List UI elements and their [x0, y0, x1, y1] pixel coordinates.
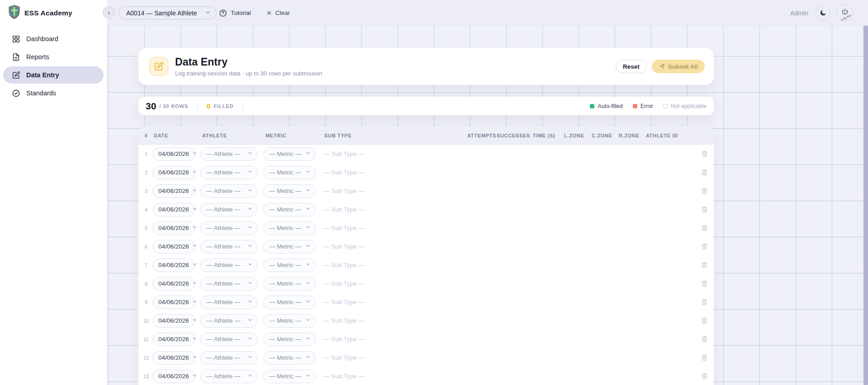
tutorial-button[interactable]: Tutorial	[219, 0, 251, 26]
trash-icon[interactable]	[699, 367, 709, 385]
error-swatch	[633, 104, 637, 108]
chevron-down-icon	[305, 225, 311, 231]
chevron-down-icon	[247, 188, 253, 194]
trash-icon[interactable]	[699, 219, 709, 237]
table-row: 12 04/06/2026 — Athlete — — Metric — — S…	[138, 348, 714, 367]
trash-icon[interactable]	[699, 274, 709, 293]
metric-select[interactable]: — Metric —	[263, 333, 316, 346]
chevron-left-icon: ‹	[108, 9, 110, 16]
sidebar-item-reports[interactable]: Reports	[3, 48, 104, 66]
athlete-row-select[interactable]: — Athlete —	[200, 147, 258, 161]
athlete-row-select[interactable]: — Athlete —	[200, 277, 258, 291]
submit-all-button[interactable]: Submit All	[652, 60, 705, 73]
row-number: 6	[142, 237, 150, 256]
app-title: ESS Academy	[24, 9, 72, 17]
trash-icon[interactable]	[699, 182, 709, 200]
metric-select[interactable]: — Metric —	[263, 184, 316, 198]
date-select[interactable]: 04/06/2026	[152, 240, 195, 254]
trash-icon[interactable]	[699, 237, 709, 256]
athlete-select[interactable]: A0014 — Sample Athlete	[119, 6, 217, 19]
col-sub-type: SUB TYPE	[324, 126, 352, 145]
chevron-down-icon	[247, 354, 253, 361]
reset-button[interactable]: Reset	[616, 60, 647, 73]
row-number: 4	[142, 200, 150, 219]
sidebar-item-dashboard[interactable]: Dashboard	[3, 30, 104, 47]
metric-select[interactable]: — Metric —	[263, 296, 316, 309]
table-row: 13 04/06/2026 — Athlete — — Metric — — S…	[138, 367, 714, 385]
athlete-row-select[interactable]: — Athlete —	[200, 370, 258, 383]
athlete-row-select[interactable]: — Athlete —	[200, 258, 258, 272]
clear-label: Clear	[275, 9, 290, 16]
date-select[interactable]: 04/06/2026	[152, 277, 195, 291]
metric-select[interactable]: — Metric —	[263, 203, 316, 216]
chevron-down-icon	[247, 336, 253, 343]
athlete-row-select[interactable]: — Athlete —	[200, 296, 258, 309]
athlete-row-select[interactable]: — Athlete —	[200, 240, 258, 254]
legend-error: Error	[633, 103, 653, 109]
row-number: 2	[142, 163, 150, 182]
auto-filled-swatch	[590, 104, 594, 108]
chevron-down-icon	[247, 280, 253, 287]
date-select[interactable]: 04/06/2026	[152, 351, 195, 365]
date-select[interactable]: 04/06/2026	[152, 221, 195, 235]
admin-role-label: Admin	[790, 9, 808, 17]
trash-icon[interactable]	[699, 311, 709, 330]
date-select[interactable]: 04/06/2026	[152, 370, 195, 383]
athlete-row-select[interactable]: — Athlete —	[200, 351, 258, 365]
athlete-row-select[interactable]: — Athlete —	[200, 166, 258, 179]
dark-mode-toggle[interactable]	[816, 6, 830, 20]
chevron-down-icon	[305, 262, 311, 268]
metric-select[interactable]: — Metric —	[263, 240, 316, 254]
chevron-down-icon	[192, 299, 197, 305]
metric-select[interactable]: — Metric —	[263, 166, 316, 179]
row-number: 10	[142, 311, 150, 330]
trash-icon[interactable]	[699, 293, 709, 311]
date-select[interactable]: 04/06/2026	[152, 296, 195, 309]
data-entry-icon	[12, 71, 20, 80]
metric-select[interactable]: — Metric —	[263, 370, 316, 383]
athlete-row-select[interactable]: — Athlete —	[200, 221, 258, 235]
sidebar-item-standards[interactable]: Standards	[3, 85, 104, 102]
sub-type-placeholder: — Sub Type —	[323, 256, 365, 274]
athlete-select-value: A0014 — Sample Athlete	[126, 9, 197, 17]
row-number: 12	[142, 348, 150, 367]
sub-type-placeholder: — Sub Type —	[323, 200, 365, 219]
date-select[interactable]: 04/06/2026	[152, 314, 195, 328]
trash-icon[interactable]	[699, 145, 709, 163]
chevron-down-icon	[305, 373, 311, 380]
metric-select[interactable]: — Metric —	[263, 221, 316, 235]
col-c-zone: C.ZONE	[592, 126, 612, 145]
metric-select[interactable]: — Metric —	[263, 277, 316, 291]
date-select[interactable]: 04/06/2026	[152, 147, 195, 161]
date-select[interactable]: 04/06/2026	[152, 333, 195, 346]
metric-select[interactable]: — Metric —	[263, 314, 316, 328]
trash-icon[interactable]	[699, 256, 709, 274]
athlete-row-select[interactable]: — Athlete —	[200, 333, 258, 346]
trash-icon[interactable]	[699, 163, 709, 182]
date-select[interactable]: 04/06/2026	[152, 258, 195, 272]
logout-button[interactable]: Log out	[836, 5, 853, 21]
sidebar-item-data-entry[interactable]: Data Entry	[3, 66, 104, 84]
date-select[interactable]: 04/06/2026	[152, 166, 195, 179]
trash-icon[interactable]	[699, 200, 709, 219]
date-select[interactable]: 04/06/2026	[152, 203, 195, 216]
divider	[197, 102, 198, 110]
date-select[interactable]: 04/06/2026	[152, 184, 195, 198]
trash-icon[interactable]	[699, 330, 709, 348]
top-bar: ESS Academy ‹ A0014 — Sample Athlete Tut…	[0, 0, 868, 26]
metric-select[interactable]: — Metric —	[263, 147, 316, 161]
col-attempts: ATTEMPTS	[467, 126, 496, 145]
athlete-row-select[interactable]: — Athlete —	[200, 203, 258, 216]
athlete-row-select[interactable]: — Athlete —	[200, 314, 258, 328]
metric-select[interactable]: — Metric —	[263, 351, 316, 365]
athlete-row-select[interactable]: — Athlete —	[200, 184, 258, 198]
col-time-s: TIME (S)	[533, 126, 555, 145]
metric-select[interactable]: — Metric —	[263, 258, 316, 272]
chevron-down-icon	[305, 243, 311, 250]
vertical-scrollbar[interactable]	[863, 26, 868, 385]
trash-icon[interactable]	[699, 348, 709, 367]
sidebar-collapse-button[interactable]: ‹	[103, 6, 115, 19]
table-rows: 1 04/06/2026 — Athlete — — Metric — — Su…	[138, 145, 714, 385]
sub-type-placeholder: — Sub Type —	[323, 219, 365, 237]
clear-button[interactable]: ✕ Clear	[266, 0, 290, 26]
